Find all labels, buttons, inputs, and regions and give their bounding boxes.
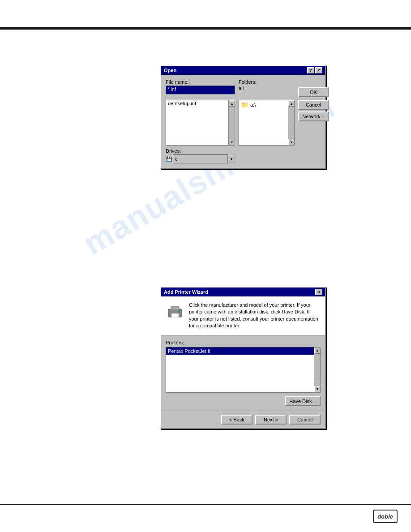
top-bar <box>0 27 411 30</box>
drives-row: 💾 c ▼ <box>166 154 235 163</box>
ok-cancel-buttons: OK <box>298 79 330 97</box>
drives-label: Drives: <box>166 148 321 154</box>
ok-button[interactable]: OK <box>298 87 329 97</box>
wizard-title: Add Printer Wizard <box>164 289 208 295</box>
folders-value: a:\ <box>239 86 295 91</box>
have-disk-button[interactable]: Have Disk... <box>285 396 321 406</box>
printers-listbox[interactable]: Pentax PocketJet II ▲ ▼ <box>166 347 321 393</box>
folder-item-label: a:\ <box>250 102 256 107</box>
drive-icon: 💾 <box>166 154 173 163</box>
file-item-oemsetup[interactable]: oemsetup.inf <box>166 100 228 107</box>
printer-icon <box>166 302 184 321</box>
wizard-titlebar: Add Printer Wizard × <box>161 287 325 296</box>
open-dialog-title: Open <box>164 68 176 73</box>
folder-icon: 📁 <box>241 101 248 108</box>
doble-logo: doble <box>373 510 398 523</box>
open-dialog-titlebar: Open ? × <box>161 66 325 75</box>
extra-buttons: Cancel Network... <box>298 100 330 121</box>
file-name-label: File name: <box>166 79 235 85</box>
printer-svg <box>167 303 184 320</box>
printers-scroll-up[interactable]: ▲ <box>314 348 321 354</box>
drives-select[interactable]: c <box>173 154 228 163</box>
wizard-footer: < Back Next > Cancel <box>161 411 325 428</box>
files-listbox[interactable]: oemsetup.inf ▲ ▼ <box>166 100 235 146</box>
printers-scroll-track <box>314 354 320 386</box>
file-name-input[interactable]: *.inf <box>166 86 235 94</box>
printers-scrollbar: ▲ ▼ <box>314 348 320 392</box>
file-name-section: File name: *.inf <box>166 79 235 97</box>
svg-rect-2 <box>171 313 179 318</box>
next-button[interactable]: Next > <box>255 415 287 425</box>
folders-listbox[interactable]: 📁 a:\ ▲ ▼ <box>239 100 295 146</box>
files-listbox-section: oemsetup.inf ▲ ▼ <box>166 100 235 146</box>
wizard-dialog: Add Printer Wizard × Click the manufac <box>160 287 326 429</box>
files-scroll-up[interactable]: ▲ <box>229 100 235 107</box>
cancel-button[interactable]: Cancel <box>298 100 329 110</box>
wizard-close-button[interactable]: × <box>315 289 322 295</box>
open-dialog-close-button[interactable]: × <box>315 67 322 73</box>
bottom-bar <box>0 504 411 505</box>
files-scroll-down[interactable]: ▼ <box>229 139 235 145</box>
folders-scrollbar: ▲ ▼ <box>288 100 294 145</box>
open-dialog-body: File name: *.inf Folders: a:\ OK oemsetu… <box>161 75 325 168</box>
folders-section: Folders: a:\ <box>239 79 295 97</box>
folders-label: Folders: <box>239 79 295 85</box>
printers-listbox-inner: Pentax PocketJet II <box>166 348 314 392</box>
wizard-cancel-button[interactable]: Cancel <box>289 415 321 425</box>
files-scroll-track <box>229 107 235 139</box>
folders-scroll-track <box>288 107 294 139</box>
folders-scroll-up[interactable]: ▲ <box>288 100 295 107</box>
drives-dropdown-arrow[interactable]: ▼ <box>228 155 235 163</box>
printers-label: Printers: <box>166 340 321 345</box>
open-dialog: Open ? × File name: *.inf Folders: a:\ O… <box>160 65 326 169</box>
wizard-titlebar-buttons: × <box>315 289 322 295</box>
folders-listbox-inner: 📁 a:\ <box>239 100 288 145</box>
drives-section: Drives: 💾 c ▼ <box>166 148 321 163</box>
open-dialog-titlebar-buttons: ? × <box>307 67 322 73</box>
wizard-body: Click the manufacturer and model of your… <box>161 296 325 428</box>
folder-item-a[interactable]: 📁 a:\ <box>239 100 288 109</box>
printer-item-pentax[interactable]: Pentax PocketJet II <box>166 348 314 355</box>
wizard-content: Printers: Pentax PocketJet II ▲ ▼ Have D… <box>161 335 325 411</box>
folders-scroll-down[interactable]: ▼ <box>288 139 295 145</box>
files-scrollbar: ▲ ▼ <box>228 100 235 145</box>
folders-listbox-section: 📁 a:\ ▲ ▼ <box>239 100 295 146</box>
network-button[interactable]: Network... <box>298 112 329 121</box>
back-button[interactable]: < Back <box>221 415 253 425</box>
files-listbox-inner: oemsetup.inf <box>166 100 228 145</box>
wizard-description: Click the manufacturer and model of your… <box>189 302 321 330</box>
wizard-top: Click the manufacturer and model of your… <box>161 296 325 335</box>
printers-scroll-down[interactable]: ▼ <box>314 386 321 392</box>
have-disk-row: Have Disk... <box>166 396 321 406</box>
svg-rect-1 <box>171 306 179 310</box>
open-dialog-help-button[interactable]: ? <box>307 67 314 73</box>
svg-point-3 <box>178 311 180 313</box>
